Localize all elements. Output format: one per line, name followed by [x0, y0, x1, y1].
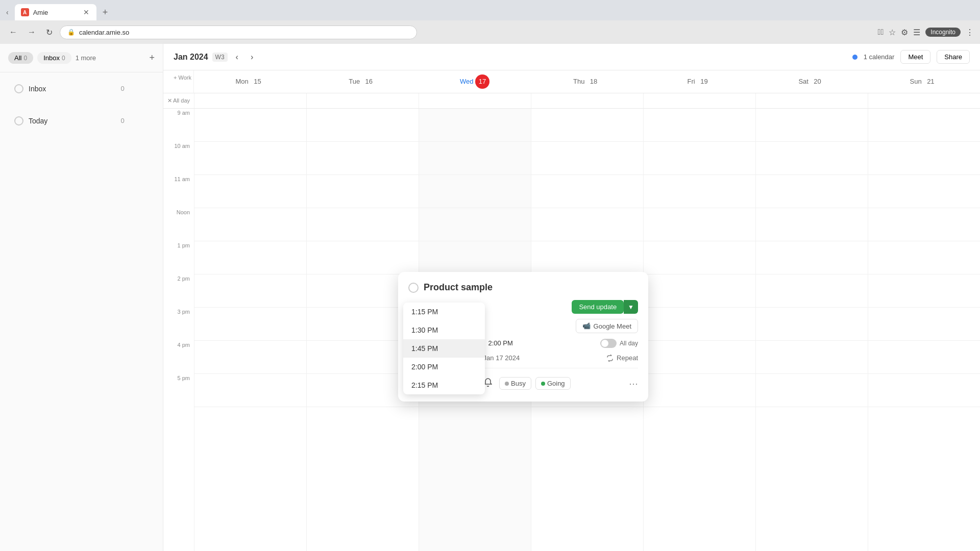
today-add-button[interactable]: +: [130, 115, 136, 127]
busy-dot: [505, 382, 509, 386]
event-status-circle: [408, 283, 419, 293]
address-bar[interactable]: 🔒 calendar.amie.so: [60, 26, 417, 39]
allday-cells: [194, 93, 980, 108]
bookmark-icon[interactable]: ☆: [889, 28, 896, 37]
sidebar-item-today[interactable]: Today 0 + ⋯: [8, 111, 155, 131]
calendar-color-dot: [852, 55, 857, 60]
time-labels: 9 am 10 am 11 am Noon 1 pm 2 pm 3 pm 4 p…: [163, 109, 194, 551]
going-label: Going: [547, 380, 565, 387]
app: All 0 Inbox 0 1 more + Inbox 0 + ⋯: [0, 44, 980, 551]
day-headers-row: + Work Mon 15 Tue 16 Wed 17 Thu 18: [163, 70, 980, 93]
day-label-fri: Fri: [688, 78, 695, 85]
cal-title: Jan 2024: [174, 53, 208, 62]
tab-close-button[interactable]: ✕: [82, 8, 90, 16]
allday-row-label-col: ✕ All day: [163, 93, 194, 108]
day-col-mon: [194, 109, 306, 551]
time-10am: 10 am: [163, 142, 194, 175]
day-col-sat: [755, 109, 868, 551]
going-status[interactable]: Going: [535, 377, 571, 390]
event-title: Product sample: [424, 282, 493, 293]
repeat-icon: [606, 355, 614, 362]
send-update-group: Send update ▼: [572, 300, 638, 314]
time-option-115[interactable]: 1:15 PM: [403, 303, 485, 321]
time-option-200[interactable]: 2:00 PM: [403, 358, 485, 376]
day-label-thu: Thu: [573, 78, 584, 85]
day-label-sat: Sat: [798, 78, 808, 85]
inbox-more-button[interactable]: ⋯: [138, 83, 149, 94]
time-option-130[interactable]: 1:30 PM: [403, 321, 485, 339]
sidebar-section-inbox: Inbox 0 + ⋯: [0, 72, 163, 105]
day-num-sat: 20: [811, 74, 825, 89]
allday-label: ✕ All day: [167, 97, 190, 104]
week-badge: W3: [212, 53, 228, 62]
day-num-wed: 17: [475, 74, 489, 89]
tab-all-label: All: [14, 54, 21, 62]
ssl-icon: 🔒: [67, 29, 75, 36]
time-option-215[interactable]: 2:15 PM: [403, 376, 485, 394]
day-label-tue: Tue: [349, 78, 360, 85]
sidebar-section-today: Today 0 + ⋯: [0, 105, 163, 137]
eye-off-icon: 👁̸: [878, 28, 884, 37]
calendar-grid: + Work Mon 15 Tue 16 Wed 17 Thu 18: [163, 70, 980, 551]
calendar-count-label: 1 calendar: [864, 53, 895, 61]
allday-toggle-switch[interactable]: [600, 339, 617, 348]
tab-inbox-label: Inbox: [43, 54, 60, 62]
tab-favicon: A: [21, 8, 29, 16]
sidebar-item-inbox[interactable]: Inbox 0 + ⋯: [8, 79, 155, 98]
address-bar-row: ← → ↻ 🔒 calendar.amie.so 👁̸ ☆ ⚙ ☰ Incogn…: [0, 20, 980, 44]
new-tab-button[interactable]: +: [100, 6, 111, 19]
cal-nav: Jan 2024 W3 ‹ ›: [174, 51, 257, 64]
tab-more[interactable]: 1 more: [76, 54, 96, 62]
nav-back-forward: ‹: [4, 7, 11, 17]
today-more-button[interactable]: ⋯: [138, 115, 149, 127]
sidebar-icon[interactable]: ☰: [913, 28, 920, 37]
day-col-fri: [643, 109, 755, 551]
reload-button[interactable]: ↻: [43, 26, 56, 39]
allday-cell-sun: [868, 93, 980, 108]
meet-button[interactable]: Meet: [900, 50, 930, 64]
repeat-row[interactable]: Repeat: [606, 354, 638, 362]
incognito-badge: Incognito: [925, 28, 961, 37]
extensions-icon[interactable]: ⚙: [901, 28, 908, 37]
time-1pm: 1 pm: [163, 241, 194, 274]
google-meet-button[interactable]: 📹 Google Meet: [576, 319, 638, 333]
event-popup: Product sample 1:15 PM 1:30 PM 1:45 PM 2…: [398, 272, 648, 402]
day-header-thu: Thu 18: [531, 70, 643, 93]
share-button[interactable]: Share: [937, 50, 970, 64]
google-meet-icon: 📹: [582, 322, 591, 330]
send-update-dropdown-button[interactable]: ▼: [624, 300, 638, 314]
forward-button[interactable]: →: [24, 26, 39, 39]
inbox-label: Inbox: [29, 85, 115, 93]
allday-cell-fri: [643, 93, 755, 108]
inbox-add-button[interactable]: +: [130, 83, 136, 94]
day-header-sat: Sat 20: [755, 70, 868, 93]
address-text: calendar.amie.so: [79, 29, 409, 36]
tab-bar: ‹ A Amie ✕ +: [0, 0, 980, 20]
inbox-count: 0: [120, 85, 124, 92]
menu-icon[interactable]: ⋮: [966, 28, 974, 37]
cal-next-button[interactable]: ›: [247, 51, 257, 64]
allday-row: ✕ All day: [163, 93, 980, 109]
main-content: Jan 2024 W3 ‹ › 1 calendar Meet Share + …: [163, 44, 980, 551]
cal-prev-button[interactable]: ‹: [232, 51, 242, 64]
tab-inbox[interactable]: Inbox 0: [37, 52, 71, 64]
day-label-mon: Mon: [236, 78, 249, 85]
busy-status[interactable]: Busy: [499, 377, 531, 390]
send-update-label: Send update: [579, 303, 617, 311]
toggle-knob: [601, 340, 608, 347]
nav-back-button[interactable]: ‹: [4, 7, 11, 17]
day-label-sun: Sun: [910, 78, 922, 85]
send-update-button[interactable]: Send update: [572, 300, 624, 314]
time-9am: 9 am: [163, 109, 194, 142]
sidebar-add-button[interactable]: +: [149, 53, 155, 63]
toolbar-right: 👁̸ ☆ ⚙ ☰ Incognito ⋮: [878, 28, 974, 37]
allday-cell-mon: [194, 93, 306, 108]
today-count: 0: [120, 117, 124, 124]
time-option-145[interactable]: 1:45 PM: [403, 339, 485, 358]
time-4pm: 4 pm: [163, 341, 194, 374]
more-options-button[interactable]: ⋯: [629, 378, 638, 389]
allday-cell-wed: [419, 93, 531, 108]
tab-all[interactable]: All 0: [8, 52, 33, 64]
browser-tab[interactable]: A Amie ✕: [15, 4, 96, 20]
back-button[interactable]: ←: [6, 26, 20, 39]
